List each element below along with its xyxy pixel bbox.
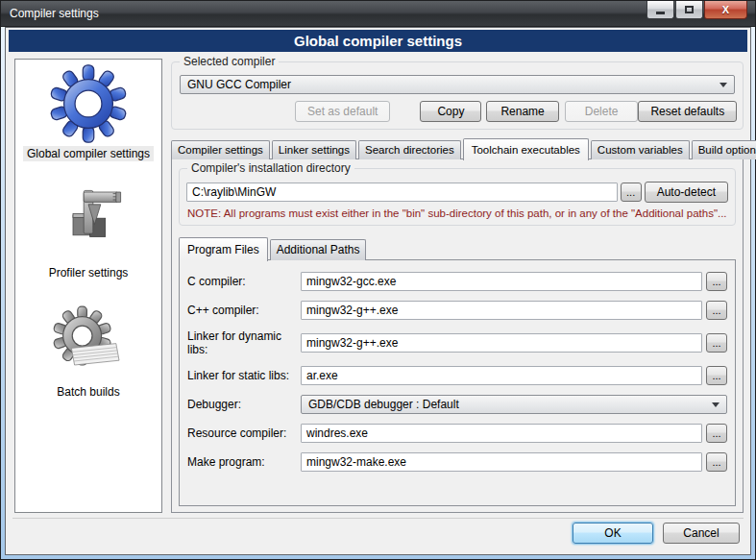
- gear-stack-icon: [48, 302, 129, 382]
- compiler-select[interactable]: GNU GCC Compiler: [180, 75, 735, 94]
- static-linker-row: Linker for static libs: ...: [187, 366, 727, 385]
- bin-subdirectory-note: NOTE: All programs must exist either in …: [187, 207, 727, 219]
- compiler-buttons-row: Set as default Copy Rename Delete Reset …: [180, 101, 735, 122]
- caliper-icon: [48, 183, 129, 263]
- browse-directory-button[interactable]: ...: [621, 183, 642, 202]
- field-label: Make program:: [187, 455, 301, 469]
- dynamic-linker-input[interactable]: [301, 333, 702, 353]
- debugger-select-value: GDB/CDB debugger : Default: [308, 398, 712, 411]
- chevron-down-icon: [719, 83, 727, 87]
- field-label: Debugger:: [187, 398, 301, 411]
- tab-toolchain-executables[interactable]: Toolchain executables: [463, 138, 589, 160]
- copy-button[interactable]: Copy: [420, 101, 481, 122]
- resource-compiler-row: Resource compiler: ...: [187, 424, 727, 443]
- sidebar-item-label: Profiler settings: [45, 265, 133, 280]
- selected-compiler-group: Selected compiler GNU GCC Compiler Set a…: [171, 61, 744, 130]
- resource-compiler-browse-button[interactable]: ...: [706, 424, 727, 443]
- compiler-select-value: GNU GCC Compiler: [187, 78, 719, 91]
- maximize-button[interactable]: [675, 1, 703, 19]
- tab-linker-settings[interactable]: Linker settings: [272, 140, 356, 159]
- page-title: Global compiler settings: [9, 30, 747, 52]
- main-area: Global compiler settings: [6, 57, 750, 513]
- tab-compiler-settings[interactable]: Compiler settings: [171, 140, 270, 159]
- make-program-input[interactable]: [301, 452, 702, 472]
- tab-build-options[interactable]: Build options: [692, 140, 756, 159]
- chevron-down-icon: [712, 402, 719, 407]
- field-label: C++ compiler:: [187, 304, 301, 317]
- installation-directory-group: Compiler's installation directory ... Au…: [179, 168, 736, 226]
- static-linker-browse-button[interactable]: ...: [706, 366, 727, 385]
- window-title: Compiler settings: [10, 7, 99, 20]
- dialog-client-area: Global compiler settings: [5, 27, 751, 555]
- tab-custom-variables[interactable]: Custom variables: [591, 140, 690, 159]
- reset-defaults-button[interactable]: Reset defaults: [638, 101, 737, 122]
- toolchain-subtabs: Program Files Additional Paths: [179, 237, 736, 260]
- c-compiler-input[interactable]: [301, 272, 702, 291]
- gear-blue-icon: [48, 63, 129, 144]
- field-label: Resource compiler:: [187, 426, 301, 440]
- compiler-tabs: Compiler settings Linker settings Search…: [171, 138, 744, 159]
- minimize-icon: [656, 12, 665, 14]
- sidebar-item-batch-builds[interactable]: Batch builds: [48, 302, 129, 400]
- close-button[interactable]: X: [704, 1, 747, 19]
- maximize-icon: [685, 6, 694, 13]
- sidebar-item-label: Global compiler settings: [23, 146, 154, 161]
- cpp-compiler-input[interactable]: [301, 301, 702, 320]
- sidebar-item-profiler-settings[interactable]: Profiler settings: [45, 183, 133, 280]
- cancel-button[interactable]: Cancel: [663, 523, 740, 544]
- window-controls: X: [646, 1, 747, 19]
- installation-directory-input[interactable]: [186, 183, 618, 202]
- cpp-compiler-browse-button[interactable]: ...: [706, 301, 727, 320]
- program-files-panel: C compiler: ... C++ compiler: ...: [179, 259, 736, 506]
- tab-search-directories[interactable]: Search directories: [358, 140, 461, 159]
- rename-button[interactable]: Rename: [486, 101, 558, 122]
- tab-additional-paths[interactable]: Additional Paths: [270, 239, 367, 260]
- dynamic-linker-row: Linker for dynamic libs: ...: [187, 329, 727, 356]
- make-program-browse-button[interactable]: ...: [706, 452, 727, 472]
- field-label: Linker for static libs:: [187, 369, 301, 382]
- make-program-row: Make program: ...: [187, 452, 727, 472]
- debugger-select[interactable]: GDB/CDB debugger : Default: [301, 395, 727, 414]
- group-label: Selected compiler: [180, 55, 279, 68]
- debugger-row: Debugger: GDB/CDB debugger : Default: [187, 395, 727, 414]
- titlebar[interactable]: Compiler settings X: [1, 1, 755, 27]
- field-label: C compiler:: [187, 275, 301, 288]
- toolchain-executables-panel: Compiler's installation directory ... Au…: [171, 158, 744, 513]
- set-as-default-button[interactable]: Set as default: [295, 101, 390, 122]
- c-compiler-row: C compiler: ...: [187, 272, 727, 291]
- installation-directory-row: ... Auto-detect: [186, 182, 728, 203]
- c-compiler-browse-button[interactable]: ...: [706, 272, 727, 291]
- ok-button[interactable]: OK: [573, 523, 653, 544]
- settings-category-list: Global compiler settings: [14, 59, 162, 513]
- delete-button[interactable]: Delete: [565, 101, 639, 122]
- field-label: Linker for dynamic libs:: [187, 329, 301, 356]
- minimize-button[interactable]: [646, 1, 674, 19]
- dynamic-linker-browse-button[interactable]: ...: [706, 333, 727, 353]
- tab-program-files[interactable]: Program Files: [179, 237, 268, 261]
- dialog-footer: OK Cancel: [12, 518, 744, 554]
- group-label: Compiler's installation directory: [187, 161, 354, 175]
- cpp-compiler-row: C++ compiler: ...: [187, 301, 727, 320]
- resource-compiler-input[interactable]: [301, 424, 702, 443]
- auto-detect-button[interactable]: Auto-detect: [645, 182, 728, 203]
- close-icon: X: [722, 4, 729, 15]
- static-linker-input[interactable]: [301, 366, 702, 385]
- sidebar-item-label: Batch builds: [53, 384, 123, 400]
- sidebar-item-global-compiler-settings[interactable]: Global compiler settings: [23, 63, 154, 161]
- settings-content: Selected compiler GNU GCC Compiler Set a…: [171, 59, 744, 513]
- compiler-settings-dialog: Compiler settings X Global compiler sett…: [0, 0, 756, 560]
